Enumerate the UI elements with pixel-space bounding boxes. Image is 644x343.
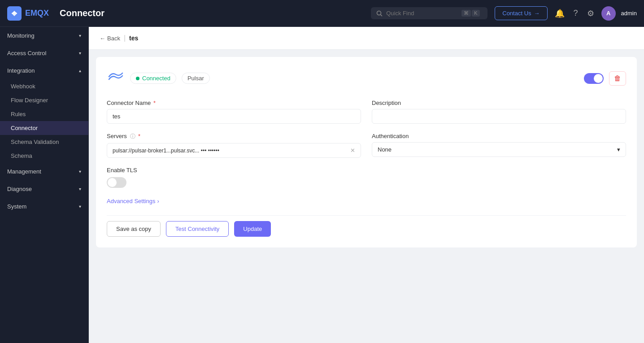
help-button[interactable]: ? (572, 7, 580, 20)
chevron-down-icon: ▾ (79, 204, 81, 209)
tls-toggle[interactable] (107, 177, 126, 188)
sidebar-item-integration[interactable]: Integration ▴ (0, 62, 88, 79)
servers-value: pulsar://pulsar-broker1...pulsar.svc... … (113, 148, 347, 154)
chevron-down-icon: ▾ (79, 187, 81, 191)
logo-text: EMQX (25, 9, 49, 18)
notifications-button[interactable]: 🔔 (553, 7, 566, 20)
sidebar-item-management[interactable]: Management ▾ (0, 163, 88, 180)
connector-name-group: Connector Name * (107, 100, 361, 124)
admin-label: admin (621, 10, 637, 17)
chevron-down-icon: ▾ (617, 146, 620, 153)
test-connectivity-button[interactable]: Test Connectivity (166, 221, 229, 237)
required-indicator: * (138, 133, 140, 139)
chevron-down-icon: ▾ (79, 169, 81, 174)
search-bar[interactable]: ⌘ K (371, 7, 487, 19)
connector-enable-toggle[interactable] (584, 73, 604, 84)
kbd-k: K (472, 10, 479, 17)
sidebar-item-monitoring[interactable]: Monitoring ▾ (0, 27, 88, 44)
chevron-up-icon: ▴ (79, 68, 81, 73)
tls-label: Enable TLS (107, 167, 626, 174)
description-label: Description (372, 100, 626, 106)
authentication-label: Authentication (372, 133, 626, 139)
update-button[interactable]: Update (234, 221, 271, 237)
settings-button[interactable]: ⚙ (585, 7, 596, 20)
connector-name-input[interactable] (107, 109, 361, 124)
back-button[interactable]: ← Back (100, 35, 120, 42)
sidebar-item-connector[interactable]: Connector (0, 121, 88, 135)
avatar: A (601, 6, 616, 21)
search-kbd: ⌘ K (461, 10, 479, 17)
form-row-1: Connector Name * Description (107, 100, 626, 124)
servers-help-icon[interactable]: ⓘ (130, 133, 135, 139)
form-container: Connected Pulsar 🗑 Connector Name * (96, 57, 637, 247)
topbar-actions: Contact Us → 🔔 ? ⚙ A admin (495, 6, 637, 21)
search-icon (376, 10, 383, 17)
sidebar-item-system[interactable]: System ▾ (0, 198, 88, 215)
back-arrow-icon: ← (100, 35, 105, 42)
delete-button[interactable]: 🗑 (609, 71, 626, 86)
chevron-down-icon: ▾ (79, 51, 81, 56)
sidebar-item-schema-validation[interactable]: Schema Validation (0, 135, 88, 149)
servers-clear-icon[interactable]: ✕ (350, 147, 355, 154)
servers-group: Servers ⓘ * pulsar://pulsar-broker1...pu… (107, 133, 361, 158)
status-dot (136, 77, 139, 80)
connector-icon (107, 68, 125, 89)
tls-section: Enable TLS (107, 167, 626, 188)
sidebar-item-rules[interactable]: Rules (0, 107, 88, 121)
type-badge: Pulsar (182, 73, 210, 84)
breadcrumb-current: tes (129, 35, 138, 42)
sidebar-item-flow-designer[interactable]: Flow Designer (0, 93, 88, 107)
svg-line-1 (381, 14, 383, 16)
authentication-select[interactable]: None ▾ (372, 142, 626, 157)
sidebar-item-schema[interactable]: Schema (0, 149, 88, 163)
content-header: ← Back | tes (89, 27, 644, 50)
save-as-copy-button[interactable]: Save as copy (107, 221, 161, 237)
sidebar-item-access-control[interactable]: Access Control ▾ (0, 44, 88, 62)
logo: EMQX (7, 6, 49, 21)
chevron-right-icon: › (157, 198, 159, 204)
form-row-2: Servers ⓘ * pulsar://pulsar-broker1...pu… (107, 133, 626, 158)
layout: Monitoring ▾ Access Control ▾ Integratio… (0, 27, 644, 343)
sidebar-item-webhook[interactable]: Webhook (0, 79, 88, 93)
description-group: Description (372, 100, 626, 124)
connector-name-label: Connector Name * (107, 100, 361, 106)
header-right: 🗑 (584, 71, 626, 86)
chevron-down-icon: ▾ (79, 33, 81, 38)
pulsar-logo-icon (107, 68, 125, 86)
advanced-settings-link[interactable]: Advanced Settings › (107, 198, 159, 204)
authentication-group: Authentication None ▾ (372, 133, 626, 158)
main-content: ← Back | tes Connected P (89, 27, 644, 343)
required-indicator: * (153, 100, 156, 106)
logo-icon (7, 6, 22, 21)
search-input[interactable] (386, 10, 458, 17)
svg-point-0 (377, 11, 381, 15)
form-actions: Save as copy Test Connectivity Update (107, 215, 626, 237)
sidebar: Monitoring ▾ Access Control ▾ Integratio… (0, 27, 89, 343)
kbd-cmd: ⌘ (461, 10, 471, 17)
description-input[interactable] (372, 109, 626, 124)
page-title: Connector (60, 8, 371, 18)
connector-header: Connected Pulsar 🗑 (107, 68, 626, 89)
status-badge: Connected (130, 73, 176, 84)
topbar: EMQX Connector ⌘ K Contact Us → 🔔 ? ⚙ A … (0, 0, 644, 27)
servers-input-wrapper[interactable]: pulsar://pulsar-broker1...pulsar.svc... … (107, 143, 361, 158)
servers-label: Servers ⓘ * (107, 133, 361, 140)
breadcrumb-separator: | (124, 34, 126, 42)
sidebar-item-diagnose[interactable]: Diagnose ▾ (0, 180, 88, 198)
contact-us-button[interactable]: Contact Us → (495, 6, 547, 20)
